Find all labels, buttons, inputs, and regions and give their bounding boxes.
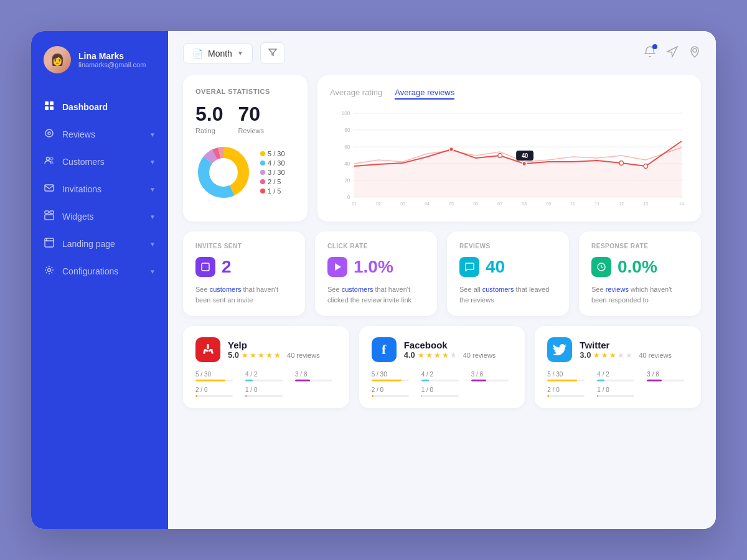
sidebar-item-landing[interactable]: Landing page ▼ <box>31 230 168 258</box>
facebook-card: f Facebook 4.0 ★ ★ ★ ★ <box>359 326 525 408</box>
reviews-label: REVIEWS <box>459 243 557 250</box>
twitter-reviews: 40 reviews <box>639 352 672 359</box>
tab-average-rating[interactable]: Average rating <box>330 88 382 100</box>
star-list: 5 / 30 4 / 30 3 / 30 2 / 5 1 / 5 <box>260 150 285 195</box>
svg-text:Thu: Thu <box>593 205 601 207</box>
metric-cards-row: INVITES SENT 2 See customers that haven'… <box>183 231 701 316</box>
invites-customers-link[interactable]: customers <box>210 286 242 293</box>
svg-text:Fri: Fri <box>619 205 624 207</box>
avatar: 👩 <box>44 46 71 73</box>
customers-icon <box>44 156 55 168</box>
main-content: 📄 Month ▼ <box>168 31 716 529</box>
donut-chart <box>195 144 251 200</box>
svg-point-23 <box>210 159 237 186</box>
sidebar-item-invitations[interactable]: Invitations ▼ <box>31 175 168 203</box>
chevron-icon: ▼ <box>149 241 156 248</box>
svg-rect-2 <box>45 106 49 110</box>
svg-text:40: 40 <box>344 161 350 167</box>
stats-numbers: 5.0 Rating 70 Reviews <box>195 103 295 134</box>
app-container: 👩 Lina Marks linamarks@gmail.com Dashboa… <box>31 31 716 529</box>
sidebar-item-reviews[interactable]: Reviews ▼ <box>31 121 168 148</box>
svg-text:Sun: Sun <box>678 205 685 207</box>
svg-point-15 <box>48 269 51 272</box>
click-customers-link[interactable]: customers <box>342 286 374 293</box>
rating-value: 5.0 <box>195 103 223 126</box>
configurations-icon <box>44 265 55 278</box>
month-selector[interactable]: 📄 Month ▼ <box>183 43 253 64</box>
yelp-name: Yelp <box>228 340 320 350</box>
topbar: 📄 Month ▼ <box>168 31 716 75</box>
reviews-customers-link[interactable]: customers <box>482 286 514 293</box>
svg-point-5 <box>48 132 50 134</box>
donut-area: 5 / 30 4 / 30 3 / 30 2 / 5 1 / 5 <box>195 144 295 200</box>
sidebar-item-label: Invitations <box>62 184 101 194</box>
sidebar: 👩 Lina Marks linamarks@gmail.com Dashboa… <box>31 31 168 529</box>
location-button[interactable] <box>688 45 701 61</box>
facebook-logo: f <box>372 337 397 362</box>
sidebar-item-label: Widgets <box>62 212 94 222</box>
user-profile: 👩 Lina Marks linamarks@gmail.com <box>31 31 168 88</box>
svg-text:80: 80 <box>344 127 350 133</box>
sidebar-item-customers[interactable]: Customers ▼ <box>31 148 168 175</box>
chevron-icon: ▼ <box>149 186 156 193</box>
svg-rect-10 <box>50 211 54 213</box>
svg-text:Mon: Mon <box>520 205 529 207</box>
notification-badge <box>652 44 657 49</box>
filter-button[interactable] <box>260 42 285 64</box>
sidebar-item-label: Landing page <box>62 239 115 249</box>
facebook-name: Facebook <box>404 340 496 350</box>
response-rate-card: RESPONSE RATE 0.0% See reviews which hav… <box>579 231 701 316</box>
reviews-label: Reviews <box>238 127 264 134</box>
twitter-logo <box>547 337 572 362</box>
sidebar-item-dashboard[interactable]: Dashboard <box>31 93 168 121</box>
platform-cards-row: Yelp 5.0 ★ ★ ★ ★ ★ 40 reviews <box>183 326 701 408</box>
invites-value: 2 <box>222 257 232 277</box>
sidebar-item-label: Reviews <box>62 129 95 139</box>
svg-text:Mon: Mon <box>350 205 359 207</box>
svg-point-39 <box>522 162 527 166</box>
svg-text:Tue: Tue <box>545 205 552 207</box>
svg-rect-72 <box>202 263 209 271</box>
click-rate-label: CLICK RATE <box>327 243 425 250</box>
notifications-button[interactable] <box>644 45 656 61</box>
row-stats-chart: OVERAL STATISTICS 5.0 Rating 70 Reviews <box>183 75 701 222</box>
rating-label: Rating <box>195 127 223 134</box>
overall-stats-card: OVERAL STATISTICS 5.0 Rating 70 Reviews <box>183 75 308 222</box>
sidebar-item-label: Configurations <box>62 266 118 276</box>
response-reviews-link[interactable]: reviews <box>606 286 629 293</box>
svg-text:0: 0 <box>347 194 350 200</box>
chevron-icon: ▼ <box>149 213 156 220</box>
svg-point-38 <box>498 154 502 158</box>
yelp-rating: 5.0 <box>228 350 239 360</box>
yelp-logo <box>195 337 220 362</box>
month-label: Month <box>208 49 232 58</box>
svg-rect-3 <box>50 106 54 110</box>
response-rate-label: RESPONSE RATE <box>591 243 688 250</box>
twitter-card: Twitter 3.0 ★ ★ ★ ★ ★ 40 revi <box>535 326 701 408</box>
svg-rect-8 <box>45 185 54 191</box>
svg-text:Wed: Wed <box>568 205 577 207</box>
reviews-desc: See all customers that leaved the review… <box>459 284 557 305</box>
svg-rect-0 <box>45 101 49 105</box>
chart-tabs: Average rating Average reviews <box>330 88 688 100</box>
svg-point-6 <box>47 157 50 161</box>
send-button[interactable] <box>666 45 679 61</box>
response-rate-icon <box>591 257 611 277</box>
svg-point-40 <box>619 161 624 166</box>
invites-desc: See customers that haven't been sent an … <box>195 284 293 305</box>
click-rate-card: CLICK RATE 1.0% See customers that haven… <box>315 231 437 316</box>
sidebar-item-configurations[interactable]: Configurations ▼ <box>31 258 168 285</box>
click-rate-icon <box>327 257 347 277</box>
svg-text:Sun: Sun <box>496 205 504 207</box>
sidebar-item-widgets[interactable]: Widgets ▼ <box>31 203 168 230</box>
invitations-icon <box>44 183 55 195</box>
svg-point-4 <box>45 129 53 137</box>
response-rate-desc: See reviews which haven't been responded… <box>591 284 688 305</box>
chevron-icon: ▼ <box>149 131 156 138</box>
tab-average-reviews[interactable]: Average reviews <box>395 88 454 100</box>
facebook-rating: 4.0 <box>404 350 415 360</box>
dashboard-icon <box>44 101 55 113</box>
reviews-card: REVIEWS 40 See all customers that leaved… <box>447 231 569 316</box>
yelp-bars: 5 / 30 4 / 2 3 / 8 <box>195 371 337 397</box>
svg-text:40: 40 <box>522 152 528 159</box>
